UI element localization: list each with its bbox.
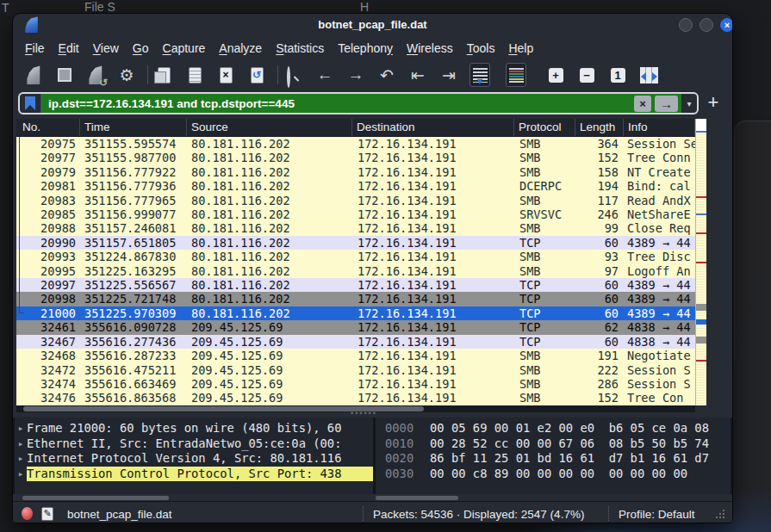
detail-line[interactable]: ▸Transmission Control Protocol, Src Port… — [15, 467, 373, 482]
auto-scroll-icon[interactable]: ▼ — [469, 64, 490, 86]
column-header-length[interactable]: Length — [575, 119, 624, 136]
title-bar[interactable]: botnet_pcap_file.dat × — [13, 14, 732, 36]
packet-row[interactable]: 32474355616.663469209.45.125.69172.16.13… — [16, 377, 695, 391]
cell-length: 99 — [575, 221, 624, 235]
colorize-packets-icon[interactable] — [506, 64, 526, 86]
normal-size-icon[interactable]: 1 — [607, 64, 628, 86]
bytes-hscrollbar-thumb[interactable] — [376, 496, 458, 500]
capture-options-icon[interactable]: ⚙ — [116, 64, 137, 86]
start-capture-icon[interactable] — [23, 64, 44, 86]
column-header-source[interactable]: Source — [187, 119, 352, 136]
packet-row[interactable]: 21000351225.97030980.181.116.202172.16.1… — [16, 306, 695, 320]
capture-comment-icon[interactable]: ✎ — [41, 507, 53, 521]
hex-row[interactable]: 000000 05 69 00 01 e2 00 e0 b6 05 ce 0a … — [376, 421, 731, 436]
cell-info: 4838 → 44 — [624, 335, 695, 349]
cell-destination: 172.16.134.191 — [352, 236, 514, 250]
packet-row[interactable]: 32472355616.475211209.45.125.69172.16.13… — [16, 363, 695, 377]
filter-apply-button[interactable]: → — [655, 96, 678, 112]
zoom-in-icon[interactable]: + — [545, 64, 566, 86]
packet-row[interactable]: 32467355616.277436209.45.125.69172.16.13… — [16, 335, 695, 349]
zoom-out-icon[interactable]: − — [576, 64, 597, 86]
go-forward-icon[interactable]: → — [345, 64, 366, 86]
packet-row[interactable]: 20993351224.86783080.181.116.202172.16.1… — [16, 250, 695, 263]
close-file-icon[interactable]: × — [215, 64, 236, 86]
window-maximize-button[interactable] — [699, 18, 713, 32]
find-packet-icon[interactable] — [283, 64, 304, 86]
menu-go[interactable]: Go — [126, 40, 156, 57]
next-packet-icon[interactable]: ⇥ — [438, 64, 459, 86]
expand-arrow-icon[interactable]: ▸ — [15, 451, 27, 467]
packet-bytes-pane[interactable]: 000000 05 69 00 01 e2 00 e0 b6 05 ce 0a … — [376, 418, 731, 494]
hex-row[interactable]: 003000 00 c8 89 00 00 00 00 00 00 00 00 — [376, 467, 731, 482]
packet-row[interactable]: 20995351225.16329580.181.116.202172.16.1… — [16, 264, 695, 278]
cell-time: 351156.999077 — [80, 207, 187, 221]
previous-packet-icon[interactable]: ⇤ — [407, 64, 428, 86]
column-header-protocol[interactable]: Protocol — [514, 119, 575, 136]
menu-wireless[interactable]: Wireless — [400, 40, 460, 57]
expert-info-icon[interactable] — [22, 507, 33, 520]
menu-edit[interactable]: Edit — [52, 40, 86, 57]
statusbar-profile[interactable]: Profile: Default — [619, 508, 695, 521]
go-to-packet-icon[interactable]: ↶ — [376, 64, 397, 86]
save-file-icon[interactable] — [184, 64, 205, 86]
column-header-no[interactable]: No. — [16, 119, 80, 136]
packet-row[interactable]: 20975351155.59557480.181.116.202172.16.1… — [16, 137, 695, 151]
menu-telephony[interactable]: Telephony — [331, 40, 400, 57]
open-file-icon[interactable] — [153, 64, 174, 86]
restart-capture-icon[interactable]: ↺ — [85, 64, 106, 86]
resize-grip[interactable] — [716, 517, 718, 518]
expand-arrow-icon[interactable]: ▸ — [15, 421, 27, 436]
packet-row[interactable]: 20981351156.77793680.181.116.202172.16.1… — [16, 179, 695, 193]
window-minimize-button[interactable] — [679, 18, 693, 32]
minimap-mark — [696, 232, 706, 234]
column-header-time[interactable]: Time — [80, 119, 187, 136]
packet-row[interactable]: 20983351156.77796580.181.116.202172.16.1… — [16, 194, 695, 207]
menu-tools[interactable]: Tools — [460, 40, 502, 57]
minimap-mark — [696, 196, 706, 198]
packet-row[interactable]: 32461355616.090728209.45.125.69172.16.13… — [16, 320, 695, 334]
detail-line-text: Frame 21000: 60 bytes on wire (480 bits)… — [27, 421, 341, 436]
packet-row[interactable]: 20988351157.24608180.181.116.202172.16.1… — [16, 221, 695, 235]
packet-list-scrollbar[interactable] — [695, 119, 706, 405]
window-close-button[interactable]: × — [720, 18, 733, 32]
menu-statistics[interactable]: Statistics — [269, 40, 331, 57]
stop-capture-icon[interactable] — [54, 64, 75, 86]
packet-details-pane[interactable]: ▸Frame 21000: 60 bytes on wire (480 bits… — [15, 418, 373, 494]
details-hscrollbar-thumb[interactable] — [22, 496, 169, 500]
filter-clear-button[interactable]: × — [634, 96, 651, 112]
hex-row[interactable]: 001000 28 52 cc 00 00 67 06 08 b5 50 b5 … — [376, 436, 731, 452]
packet-row[interactable]: 20997351225.55656780.181.116.202172.16.1… — [16, 278, 695, 292]
packet-row[interactable]: 20977351155.98770080.181.116.202172.16.1… — [16, 151, 695, 164]
menu-analyze[interactable]: Analyze — [212, 40, 269, 57]
packet-row[interactable]: 32476355616.863568209.45.125.69172.16.13… — [16, 391, 695, 405]
packet-row[interactable]: 20985351156.99907780.181.116.202172.16.1… — [16, 207, 695, 221]
packet-row[interactable]: 20990351157.65180580.181.116.202172.16.1… — [16, 236, 695, 250]
display-filter-input[interactable]: ip.dst==172.16.134.191 and tcp.dstport==… — [41, 94, 681, 113]
packet-row[interactable]: 20998351225.72174880.181.116.202172.16.1… — [16, 292, 695, 306]
go-back-icon[interactable]: ← — [314, 64, 335, 86]
detail-line[interactable]: ▸Ethernet II, Src: EntradaNetwo_05:ce:0a… — [15, 436, 373, 452]
menu-file[interactable]: File — [18, 40, 52, 57]
filter-bookmark-button[interactable] — [20, 94, 41, 113]
filter-add-button[interactable]: + — [704, 92, 723, 114]
detail-line[interactable]: ▸Internet Protocol Version 4, Src: 80.18… — [15, 451, 373, 467]
column-header-info[interactable]: Info — [624, 119, 695, 136]
column-header-destination[interactable]: Destination — [352, 119, 514, 136]
hex-bytes: 00 28 52 cc 00 00 67 06 08 b5 50 b5 74 — [417, 436, 709, 452]
menu-help[interactable]: Help — [501, 40, 540, 57]
menu-view[interactable]: View — [86, 40, 126, 57]
detail-line[interactable]: ▸Frame 21000: 60 bytes on wire (480 bits… — [15, 421, 373, 436]
expand-arrow-icon[interactable]: ▸ — [15, 436, 27, 452]
packet-row[interactable]: 20979351156.77792280.181.116.202172.16.1… — [16, 165, 695, 179]
hex-row[interactable]: 002086 bf 11 25 01 bd 16 61 d7 b1 16 61 … — [376, 451, 731, 467]
resize-columns-icon[interactable] — [638, 64, 659, 86]
cell-length: 152 — [575, 391, 624, 405]
menu-bar: FileEditViewGoCaptureAnalyzeStatisticsTe… — [18, 37, 540, 59]
packet-row[interactable]: 32468355616.287233209.45.125.69172.16.13… — [16, 349, 695, 362]
expand-arrow-icon[interactable]: ▸ — [15, 467, 27, 482]
cell-info: Tree Disc — [624, 250, 695, 263]
reload-file-icon[interactable]: ↺ — [246, 64, 267, 86]
menu-capture[interactable]: Capture — [156, 40, 213, 57]
filter-dropdown-button[interactable]: ▾ — [681, 94, 697, 113]
statusbar-separator — [363, 506, 364, 521]
